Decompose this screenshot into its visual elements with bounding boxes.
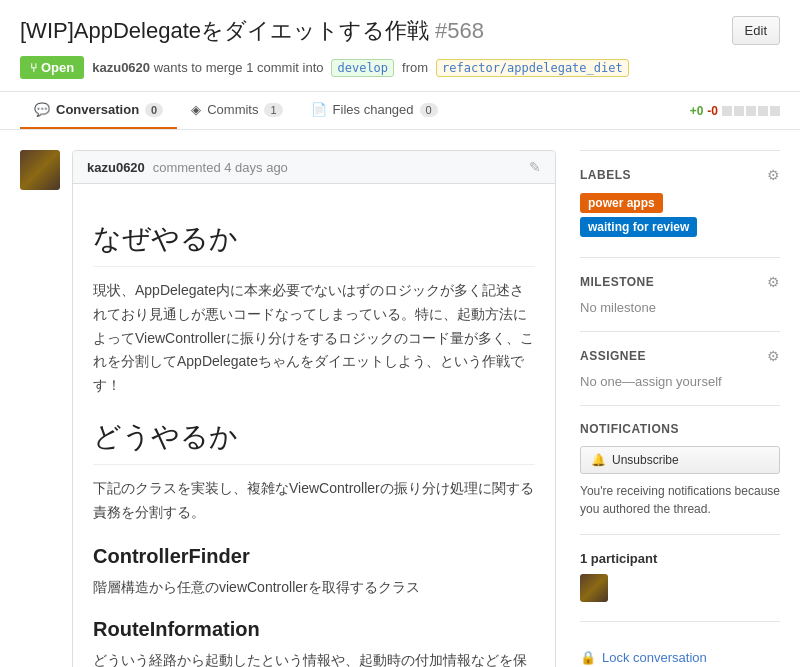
subsection-heading-2: RouteInformation <box>93 618 535 641</box>
unsubscribe-button[interactable]: 🔔 Unsubscribe <box>580 446 780 474</box>
pr-title: [WIP]AppDelegateをダイエットする作戦 #568 <box>20 16 484 46</box>
conversation-icon: 💬 <box>34 102 50 117</box>
sidebar-assignee: Assignee ⚙ No one—assign yourself <box>580 331 780 405</box>
commits-count: 1 <box>264 103 282 117</box>
edit-comment-icon[interactable]: ✎ <box>529 159 541 175</box>
base-branch[interactable]: develop <box>331 59 394 77</box>
diff-additions: +0 <box>690 104 704 118</box>
files-icon: 📄 <box>311 102 327 117</box>
notifications-title: Notifications <box>580 422 679 436</box>
participant-count: 1 participant <box>580 551 780 566</box>
merge-icon: ⑂ <box>30 61 37 75</box>
sidebar-lock: 🔒 Lock conversation <box>580 621 780 667</box>
section-heading-2: どうやるか <box>93 418 535 465</box>
sidebar-labels: Labels ⚙ power apps waiting for review <box>580 150 780 257</box>
subsection-heading-1: ControllerFinder <box>93 545 535 568</box>
milestone-value: No milestone <box>580 300 656 315</box>
pr-tabs: 💬 Conversation 0 ◈ Commits 1 📄 Files cha… <box>0 92 800 130</box>
notification-text: You're receiving notifications because y… <box>580 482 780 518</box>
lock-icon: 🔒 <box>580 650 596 665</box>
subsection-para-2: どういう経路から起動したという情報や、起動時の付加情報などを保持するModelク… <box>93 649 535 667</box>
head-branch[interactable]: refactor/appdelegate_diet <box>436 59 629 77</box>
diff-deletions: -0 <box>707 104 718 118</box>
milestone-title: Milestone <box>580 275 654 289</box>
comment-header: kazu0620 commented 4 days ago ✎ <box>73 151 555 184</box>
section-heading-1: なぜやるか <box>93 220 535 267</box>
tab-files-changed[interactable]: 📄 Files changed 0 <box>297 92 452 129</box>
diff-stat: +0 -0 <box>690 92 780 129</box>
files-count: 0 <box>420 103 438 117</box>
pr-number: #568 <box>435 18 484 43</box>
comment-body: なぜやるか 現状、AppDelegate内に本来必要でないはずのロジックが多く記… <box>73 184 555 667</box>
labels-gear-icon[interactable]: ⚙ <box>767 167 780 183</box>
tab-conversation[interactable]: 💬 Conversation 0 <box>20 92 177 129</box>
comment-box: kazu0620 commented 4 days ago ✎ なぜやるか 現状… <box>72 150 556 667</box>
tab-commits[interactable]: ◈ Commits 1 <box>177 92 296 129</box>
from-text: from <box>402 60 428 75</box>
sidebar-milestone: Milestone ⚙ No milestone <box>580 257 780 331</box>
status-badge: ⑂ Open <box>20 56 84 79</box>
section-para-1: 現状、AppDelegate内に本来必要でないはずのロジックが多く記述されており… <box>93 279 535 398</box>
sidebar-notifications: Notifications 🔔 Unsubscribe You're recei… <box>580 405 780 534</box>
comment-author: kazu0620 <box>87 160 145 175</box>
participant-avatar <box>580 574 608 602</box>
sidebar-participants: 1 participant <box>580 534 780 621</box>
assignee-gear-icon[interactable]: ⚙ <box>767 348 780 364</box>
avatar <box>20 150 60 190</box>
sidebar: Labels ⚙ power apps waiting for review M… <box>580 150 780 667</box>
conversation-count: 0 <box>145 103 163 117</box>
bell-icon: 🔔 <box>591 453 606 467</box>
subsection-para-1: 階層構造から任意のviewControllerを取得するクラス <box>93 576 535 598</box>
milestone-gear-icon[interactable]: ⚙ <box>767 274 780 290</box>
label-power-apps[interactable]: power apps <box>580 193 663 213</box>
lock-conversation-link[interactable]: 🔒 Lock conversation <box>580 650 780 665</box>
labels-title: Labels <box>580 168 631 182</box>
commits-icon: ◈ <box>191 102 201 117</box>
pr-author: kazu0620 wants to merge 1 commit into <box>92 60 323 75</box>
diff-bar <box>722 106 780 116</box>
section-para-2: 下記のクラスを実装し、複雑なViewControllerの振り分け処理に関する責… <box>93 477 535 525</box>
label-waiting-review[interactable]: waiting for review <box>580 217 697 237</box>
assignee-value[interactable]: No one—assign yourself <box>580 374 722 389</box>
assignee-title: Assignee <box>580 349 646 363</box>
comment-time: commented 4 days ago <box>153 160 288 175</box>
edit-button[interactable]: Edit <box>732 16 780 45</box>
